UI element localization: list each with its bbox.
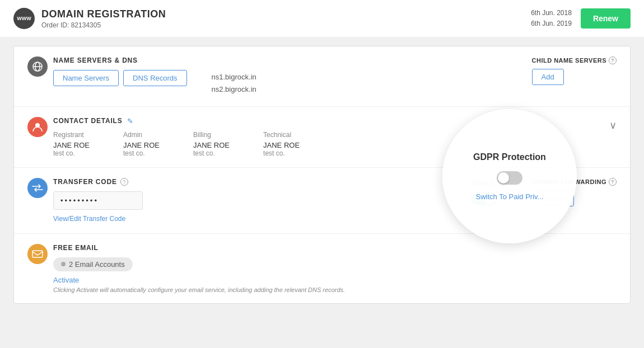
email-accounts-text: 2 Email Accounts	[69, 260, 125, 269]
gdpr-toggle[interactable]	[497, 171, 522, 185]
billing-name: JANE ROE	[193, 141, 230, 149]
header-title-block: DOMAIN REGISTRATION Order ID: 82134305	[41, 8, 166, 29]
renew-button[interactable]: Renew	[581, 8, 631, 29]
domain-fwd-help-icon[interactable]: ?	[609, 178, 617, 186]
admin-name: JANE ROE	[123, 141, 160, 149]
header-left: WWW DOMAIN REGISTRATION Order ID: 821343…	[13, 8, 166, 29]
billing-col: Billing JANE ROE test co.	[193, 131, 230, 157]
dns-section-icon	[27, 57, 48, 77]
nameservers-row: NAME SERVERS & DNS Name Servers DNS Reco…	[27, 57, 617, 96]
activate-email-link[interactable]: Activate	[53, 276, 345, 284]
contact-edit-icon[interactable]: ✎	[127, 117, 133, 125]
nameservers-content: NAME SERVERS & DNS Name Servers DNS Reco…	[53, 57, 256, 96]
registrant-name: JANE ROE	[53, 141, 90, 149]
header: WWW DOMAIN REGISTRATION Order ID: 821343…	[0, 0, 644, 37]
registrant-company: test co.	[53, 149, 90, 157]
email-dot-icon	[61, 262, 66, 266]
order-id: Order ID: 82134305	[41, 21, 166, 29]
transfer-title: TRANSFER CODE	[53, 178, 117, 186]
email-accounts-badge: 2 Email Accounts	[53, 257, 133, 271]
technical-name: JANE ROE	[263, 141, 300, 149]
nameservers-buttons: Name Servers DNS Records	[53, 70, 187, 86]
date-start: 6th Jun. 2018	[531, 8, 572, 18]
email-section-icon	[27, 244, 48, 264]
header-right: 6th Jun. 2018 6th Jun. 2019 Renew	[531, 8, 631, 29]
admin-company: test co.	[123, 149, 160, 157]
child-ns-help-icon[interactable]: ?	[609, 57, 617, 64]
transfer-help-icon[interactable]: ?	[120, 178, 128, 186]
svg-rect-4	[32, 251, 43, 257]
technical-col: Technical JANE ROE test co.	[263, 131, 300, 157]
registrant-label: Registrant	[53, 131, 90, 139]
page-title: DOMAIN REGISTRATION	[41, 8, 166, 20]
www-logo-icon: WWW	[13, 8, 35, 29]
ns2-value: ns2.bigrock.in	[212, 83, 256, 96]
nameservers-title: NAME SERVERS & DNS	[53, 57, 256, 64]
date-end: 6th Jun. 2019	[531, 18, 572, 29]
ns1-value: ns1.bigrock.in	[212, 71, 256, 83]
admin-col: Admin JANE ROE test co.	[123, 131, 160, 157]
admin-label: Admin	[123, 131, 160, 139]
gdpr-overlay: GDPR Protection Switch To Paid Priv...	[442, 109, 577, 243]
activate-note: Clicking Activate will automatically con…	[53, 286, 345, 293]
header-dates: 6th Jun. 2018 6th Jun. 2019	[531, 8, 572, 29]
view-edit-transfer-link[interactable]: View/Edit Transfer Code	[53, 215, 125, 223]
contact-chevron[interactable]: ∨	[609, 119, 617, 131]
nameserver-values: ns1.bigrock.in ns2.bigrock.in	[212, 70, 256, 96]
email-section: FREE EMAIL 2 Email Accounts Activate Cli…	[14, 234, 630, 303]
dns-records-button[interactable]: DNS Records	[123, 70, 186, 86]
child-ns-label: CHILD NAME SERVERS ?	[532, 57, 617, 64]
technical-company: test co.	[263, 149, 300, 157]
gdpr-switch-link[interactable]: Switch To Paid Priv...	[476, 192, 544, 201]
transfer-section-icon	[27, 178, 48, 198]
technical-label: Technical	[263, 131, 300, 139]
contact-title: CONTACT DETAILS	[53, 117, 123, 125]
nameservers-section: NAME SERVERS & DNS Name Servers DNS Reco…	[14, 46, 630, 106]
name-servers-button[interactable]: Name Servers	[53, 70, 119, 86]
billing-company: test co.	[193, 149, 230, 157]
email-content: FREE EMAIL 2 Email Accounts Activate Cli…	[53, 244, 345, 293]
transfer-code-input[interactable]	[53, 191, 143, 210]
email-title: FREE EMAIL	[53, 244, 345, 252]
contact-section-icon	[27, 117, 48, 137]
billing-label: Billing	[193, 131, 230, 139]
transfer-content: TRANSFER CODE ? View/Edit Transfer Code	[53, 178, 143, 223]
registrant-col: Registrant JANE ROE test co.	[53, 131, 90, 157]
gdpr-title: GDPR Protection	[473, 152, 546, 162]
add-child-ns-button[interactable]: Add	[532, 69, 564, 85]
child-nameservers-block: CHILD NAME SERVERS ? Add	[532, 57, 617, 85]
